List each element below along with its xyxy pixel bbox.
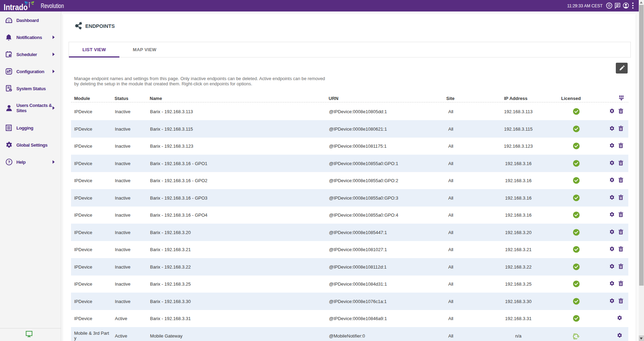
svg-text:?: ? [8, 160, 10, 164]
svg-text:Revolution: Revolution [41, 2, 64, 9]
svg-text:Intrado: Intrado [4, 2, 28, 11]
